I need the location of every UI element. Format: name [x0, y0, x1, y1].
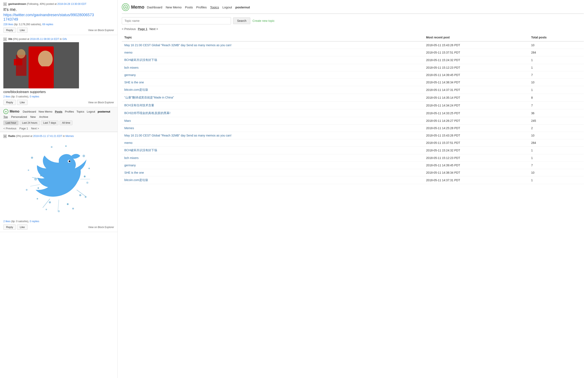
- mini-nav-topics[interactable]: Topics: [76, 110, 84, 113]
- mini-nav-newmemo[interactable]: New Memo: [39, 110, 53, 113]
- table-row: bch mixers2018-05-11 15:12:23 PDT1: [122, 154, 584, 162]
- replies-link-3[interactable]: 0 replies: [30, 220, 39, 223]
- username-2[interactable]: Xib: [8, 38, 12, 40]
- username-1[interactable]: gavinandresen: [8, 2, 26, 5]
- topic-link[interactable]: memo: [124, 51, 133, 54]
- topic-link[interactable]: May 16 21:00 CEST Global "Reach 32MB" da…: [124, 134, 231, 137]
- topic-link[interactable]: "山寨"翻译成英语就是"Made in China": [124, 96, 174, 99]
- topic-date: 2018-05-11 15:12:23 PDT: [424, 154, 529, 162]
- col-header-total: Total posts: [529, 34, 584, 41]
- reply-button-1[interactable]: Reply: [3, 27, 16, 33]
- brand-logo: m Memo: [122, 3, 145, 11]
- post-header-1: G gavinandresen (Following, 40%) posted …: [3, 2, 114, 6]
- mini-nav-dashboard[interactable]: Dashboard: [23, 110, 36, 113]
- mini-nav-profiles[interactable]: Profiles: [65, 110, 74, 113]
- post-body-link-1[interactable]: https://twitter.com/gavinandresen/status…: [3, 13, 114, 22]
- topic-link[interactable]: bitcoin.com是垃圾: [124, 88, 148, 91]
- like-button-3[interactable]: Like: [17, 225, 27, 230]
- mini-brand-name: Memo: [10, 110, 19, 113]
- topic-link[interactable]: bitcoin.com是垃圾: [124, 178, 148, 182]
- like-button-2[interactable]: Like: [17, 100, 27, 105]
- post-actions-2: Reply Like View on Block Explorer: [3, 100, 114, 105]
- category-link-2[interactable]: Gifs: [62, 38, 67, 40]
- topic-link[interactable]: BCH没有任何技术含量: [124, 104, 154, 107]
- search-input[interactable]: [122, 17, 231, 24]
- username-3[interactable]: Radio: [8, 135, 15, 137]
- block-explorer-link-3[interactable]: View on Block Explorer: [88, 226, 114, 229]
- topic-link[interactable]: BCH破坏共识没有好下场: [124, 58, 157, 62]
- reply-button-3[interactable]: Reply: [3, 225, 16, 230]
- topic-link[interactable]: BCH破坏共识没有好下场: [124, 148, 157, 152]
- nav-new-memo[interactable]: New Memo: [166, 5, 182, 9]
- topic-count: 10: [529, 132, 584, 139]
- topic-count: 245: [529, 117, 584, 124]
- nav-profiles[interactable]: Profiles: [196, 5, 207, 9]
- svg-point-18: [65, 145, 67, 147]
- time-btn-last-24[interactable]: Last 24 hours: [20, 121, 40, 125]
- timestamp-1[interactable]: 2018-04-28 13:30:00 EDT: [57, 2, 87, 5]
- mini-next-link[interactable]: Next >: [31, 127, 39, 130]
- topic-link[interactable]: bch mixers: [124, 66, 139, 69]
- topic-date: 2018-05-11 14:35:14 PDT: [424, 94, 529, 102]
- topic-link[interactable]: germany: [124, 163, 136, 167]
- likes-link-3[interactable]: 2 likes: [3, 220, 11, 223]
- replies-link-1[interactable]: 69 replies: [42, 23, 53, 26]
- prev-page-link[interactable]: < Previous: [122, 27, 136, 31]
- likes-link-1[interactable]: 228 likes: [3, 23, 13, 26]
- topic-count: 1: [529, 176, 584, 184]
- topic-link[interactable]: bch mixers: [124, 156, 139, 160]
- svg-point-2: [38, 51, 53, 68]
- likes-link-2[interactable]: 2 likes: [3, 95, 11, 98]
- topic-link[interactable]: germany: [124, 73, 136, 77]
- topic-date: 2018-05-11 14:38:34 PDT: [424, 79, 529, 86]
- mini-tab-new[interactable]: New: [30, 115, 36, 119]
- block-explorer-link-2[interactable]: View on Block Explorer: [88, 101, 114, 104]
- like-button-1[interactable]: Like: [17, 27, 27, 33]
- topic-date: 2018-05-11 15:24:32 PDT: [424, 147, 529, 154]
- post-body-text-1: It's me.: [3, 7, 114, 12]
- left-panel: G gavinandresen (Following, 40%) posted …: [0, 0, 118, 378]
- category-link-3[interactable]: Memes: [66, 135, 74, 137]
- following-label-1: (Following, 40%) posted at: [27, 2, 57, 5]
- topic-link[interactable]: SHE is the one: [124, 171, 144, 174]
- replies-link-2[interactable]: 0 replies: [30, 95, 39, 98]
- table-row: Memes2018-05-11 14:25:28 PDT2: [122, 124, 584, 132]
- nav-posts[interactable]: Posts: [185, 5, 193, 9]
- mini-tab-top[interactable]: Top: [3, 115, 8, 119]
- timestamp-3[interactable]: 2018-05-11 17:41:21 EDT: [33, 135, 62, 137]
- time-btn-all-time[interactable]: All time: [60, 121, 72, 125]
- tip-label-2: (tip: 0 satoshis),: [11, 95, 30, 98]
- table-row: memo2018-05-11 15:37:51 PDT284: [122, 139, 584, 147]
- table-row: BCH比特币现金的真相,肮脏的黑幕!2018-05-11 14:33:25 PD…: [122, 109, 584, 117]
- topic-link[interactable]: BCH比特币现金的真相,肮脏的黑幕!: [124, 111, 170, 115]
- block-explorer-link-1[interactable]: View on Block Explorer: [88, 29, 114, 32]
- mini-prev-link[interactable]: < Previous: [3, 127, 16, 130]
- topic-link[interactable]: Memes: [124, 126, 134, 130]
- nav-topics[interactable]: Topics: [210, 5, 219, 9]
- topic-date: 2018-05-11 15:37:51 PDT: [424, 139, 529, 147]
- reply-button-2[interactable]: Reply: [3, 100, 16, 105]
- create-topic-link[interactable]: Create new topic: [253, 19, 274, 23]
- mini-nav-logout[interactable]: Logout: [87, 110, 95, 113]
- mini-tab-personalized[interactable]: Personalized: [11, 115, 27, 119]
- topic-link[interactable]: memo: [124, 141, 133, 145]
- topic-link[interactable]: May 16 21:00 CEST Global "Reach 32MB" da…: [124, 43, 231, 47]
- post-image-3: [3, 139, 114, 219]
- next-page-link[interactable]: Next >: [149, 27, 158, 31]
- mini-page-current: Page 1: [19, 127, 28, 130]
- timestamp-2[interactable]: 2018-05-11 08:00:14 EDT: [30, 38, 59, 40]
- table-row: bch mixers2018-05-11 15:12:23 PDT1: [122, 64, 584, 71]
- svg-point-34: [79, 194, 81, 196]
- topic-link[interactable]: Marx: [124, 119, 131, 122]
- time-btn-last-7[interactable]: Last 7 days: [41, 121, 58, 125]
- mini-nav-posts[interactable]: Posts: [55, 110, 62, 113]
- time-btn-last-hour[interactable]: Last hour: [3, 121, 18, 125]
- post-stats-2: 2 likes (tip: 0 satoshis), 0 replies: [3, 95, 114, 98]
- nav-logout[interactable]: Logout: [222, 5, 232, 9]
- col-header-topic: Topic: [122, 34, 424, 41]
- post-stats-1: 228 likes (tip: 3,178,260 satoshis), 69 …: [3, 23, 114, 26]
- topic-link[interactable]: SHE is the one: [124, 81, 144, 84]
- nav-dashboard[interactable]: Dashboard: [147, 5, 162, 9]
- mini-tab-archive[interactable]: Archive: [39, 115, 48, 119]
- search-button[interactable]: Search: [233, 17, 250, 24]
